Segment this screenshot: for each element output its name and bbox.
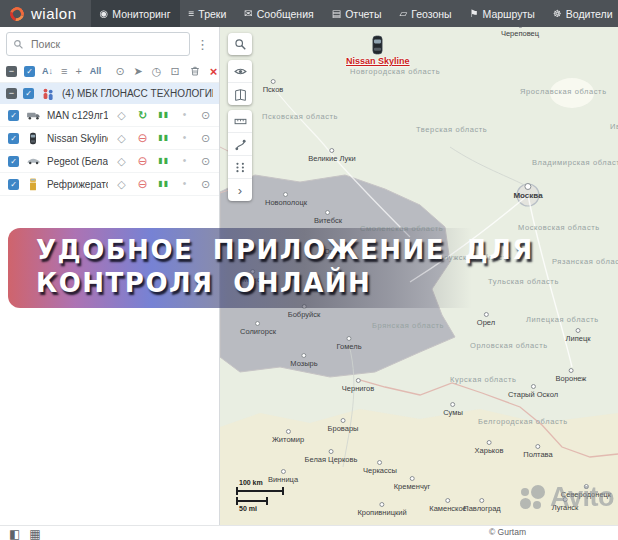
city-label: Витебск xyxy=(314,210,342,225)
collapse-all-icon[interactable] xyxy=(6,66,17,77)
unit-checkbox[interactable] xyxy=(8,133,19,144)
follow-unit-icon[interactable]: ⊙ xyxy=(198,156,213,167)
truck-top-yellow-icon xyxy=(25,178,41,191)
menu-item-reports[interactable]: ▤Отчеты xyxy=(323,0,391,27)
region-label: Брянская область xyxy=(372,321,444,330)
history-icon[interactable]: ◷ xyxy=(152,66,162,77)
list-view-icon[interactable]: ≡ xyxy=(61,66,67,77)
layers-icon[interactable] xyxy=(228,82,252,105)
unit-name: Pegeot (Белая) xyxy=(47,156,108,167)
unit-row[interactable]: MAN с129лг12◇↻▮▮•⊙ xyxy=(0,104,219,127)
unit-checkbox[interactable] xyxy=(8,179,19,190)
geofence-icon[interactable]: ◇ xyxy=(114,156,129,167)
sidebar-menu-icon[interactable]: ⋮ xyxy=(190,37,215,52)
city-name: Витебск xyxy=(314,216,342,225)
truck-side-gray-icon xyxy=(25,110,41,121)
menu-item-tracks[interactable]: ≡Треки xyxy=(180,0,236,27)
group-collapse-icon[interactable] xyxy=(6,88,17,99)
unit-row[interactable]: Рефрижератор ...◇⊖▮▮•⊙ xyxy=(0,173,219,196)
monitor-icon[interactable]: ⊡ xyxy=(170,66,179,77)
region-label: Ивановская область xyxy=(610,122,618,131)
unit-group-row[interactable]: (4) МБК ГЛОНАСС ТЕХНОЛОГИИ (de... xyxy=(0,82,219,104)
motion-stopped-icon: ⊖ xyxy=(135,132,150,144)
messages-icon: ✉ xyxy=(244,8,252,19)
ruler-icon[interactable] xyxy=(228,110,252,132)
cluster-icon[interactable] xyxy=(228,155,252,178)
menu-item-drivers[interactable]: ☸Водители xyxy=(544,0,618,27)
group-label: (4) МБК ГЛОНАСС ТЕХНОЛОГИИ (de... xyxy=(62,88,213,99)
follow-unit-icon[interactable]: ⊙ xyxy=(198,133,213,144)
follow-unit-icon[interactable]: ⊙ xyxy=(198,110,213,121)
unit-row[interactable]: Pegeot (Белая)◇⊖▮▮•⊙ xyxy=(0,150,219,173)
city-dot-icon xyxy=(256,321,261,326)
select-all-checkbox[interactable] xyxy=(24,66,35,77)
unit-row[interactable]: Nissan Skyline◇⊖▮▮•⊙ xyxy=(0,127,219,150)
geofence-icon[interactable]: ◇ xyxy=(114,179,129,190)
region-label: Новгородская область xyxy=(350,67,440,76)
city-label: Белая Церковь xyxy=(305,449,358,464)
region-label: Тверская область xyxy=(416,125,487,134)
search-box[interactable] xyxy=(6,32,190,56)
monitoring-icon: ◉ xyxy=(100,8,109,19)
geofence-icon[interactable]: ◇ xyxy=(114,133,129,144)
city-name: Москва xyxy=(513,191,542,200)
city-name: Черкассы xyxy=(363,466,397,475)
geofence-icon[interactable]: ◇ xyxy=(114,110,129,121)
sort-az-icon[interactable]: A↓ xyxy=(42,67,53,76)
scale-bar-mi xyxy=(236,497,268,505)
city-dot-icon xyxy=(270,79,275,84)
menu-item-routes[interactable]: ⚑Маршруты xyxy=(461,0,544,27)
city-dot-icon xyxy=(284,192,289,197)
unit-checkbox[interactable] xyxy=(8,156,19,167)
unit-marker-label: Nissan Skyline xyxy=(346,56,410,66)
connection-bars-icon: ▮▮ xyxy=(156,134,171,142)
city-label: Псков xyxy=(263,79,284,94)
avito-watermark-text: Avito xyxy=(550,482,614,513)
scale-bar-km xyxy=(236,487,284,495)
add-unit-icon[interactable]: + xyxy=(75,66,81,77)
city-name: Житомир xyxy=(272,435,304,444)
trash-icon[interactable] xyxy=(189,65,201,77)
city-name: Орел xyxy=(477,318,495,327)
city-name: Сумы xyxy=(443,408,463,417)
group-checkbox[interactable] xyxy=(23,88,34,99)
region-label: Московская область xyxy=(518,223,600,232)
menu-item-label: Сообщения xyxy=(257,8,314,20)
follow-unit-icon[interactable]: ⊙ xyxy=(198,179,213,190)
show-all-icon[interactable]: All xyxy=(90,67,102,76)
route-icon[interactable] xyxy=(228,132,252,155)
menu-item-messages[interactable]: ✉Сообщения xyxy=(235,0,322,27)
city-dot-icon xyxy=(341,418,346,423)
city-label: Великие Луки xyxy=(308,148,355,163)
follow-unit-icon[interactable]: ⊙ xyxy=(115,66,124,77)
send-command-icon[interactable]: ➤ xyxy=(134,66,143,77)
city-name: Великие Луки xyxy=(308,154,355,163)
chevron-right-icon[interactable]: › xyxy=(228,178,252,201)
search-input[interactable] xyxy=(29,37,183,51)
grid-icon[interactable]: ▦ xyxy=(29,528,40,540)
wialon-logo[interactable]: wialon xyxy=(0,0,91,27)
city-dot-icon xyxy=(450,402,455,407)
close-icon[interactable]: × xyxy=(210,65,218,78)
city-name: Бровары xyxy=(328,424,359,433)
menu-item-monitoring[interactable]: ◉Мониторинг xyxy=(91,0,180,27)
city-label: Липецк xyxy=(566,328,591,343)
scale-km-label: 100 km xyxy=(239,479,284,486)
city-label: Кременчуг xyxy=(394,476,431,491)
tracks-icon: ≡ xyxy=(189,8,195,19)
scale-mi-label: 50 mi xyxy=(239,505,284,512)
city-label: Старый Оскол xyxy=(508,384,558,399)
region-label: Ярославская область xyxy=(520,87,607,96)
unit-checkbox[interactable] xyxy=(8,110,19,121)
reports-icon: ▤ xyxy=(332,8,341,19)
menu-item-geofences[interactable]: ▱Геозоны xyxy=(390,0,460,27)
region-label: Липецкая область xyxy=(526,315,599,324)
city-label: Москва xyxy=(513,183,542,200)
unit-marker[interactable]: Nissan Skyline xyxy=(346,35,410,66)
city-name: Новополоцк xyxy=(265,198,307,207)
city-dot-icon xyxy=(484,312,489,317)
map-search-icon[interactable] xyxy=(228,33,252,55)
promo-banner: УДОБНОЕ ПРИЛОЖЕНИЕ ДЛЯ КОНТРОЛЯ ОНЛАЙН xyxy=(8,228,486,308)
panel-layout-icon[interactable]: ◧ xyxy=(9,528,20,540)
eye-icon[interactable] xyxy=(228,60,252,82)
